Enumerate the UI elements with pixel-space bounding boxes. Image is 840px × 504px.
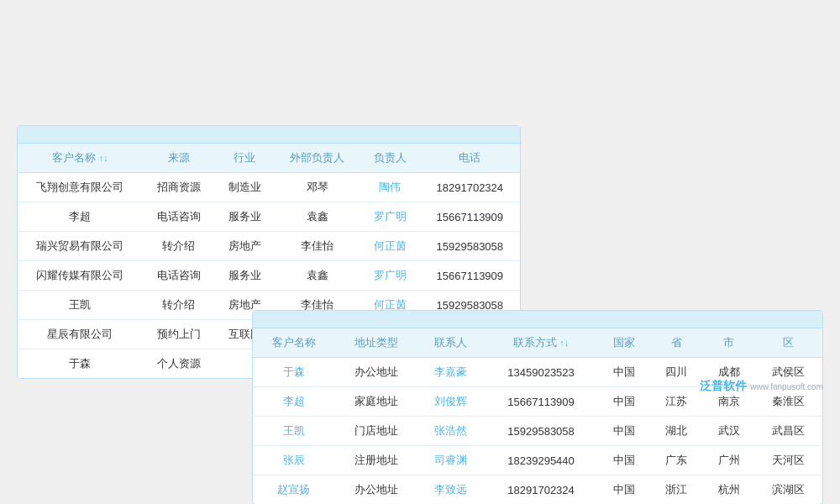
customer-name-link[interactable]: 赵宣扬 (277, 483, 310, 496)
top-cell-2-0: 瑞兴贸易有限公司 (18, 232, 143, 261)
top-table-header-row: 客户名称 ↑↓来源行业外部负责人负责人电话 (18, 144, 520, 173)
bottom-cell-contact-0[interactable]: 李嘉豪 (417, 358, 484, 387)
top-cell-1-4[interactable]: 罗广明 (360, 202, 420, 232)
bottom-cell-contact-4[interactable]: 李致远 (417, 475, 484, 505)
bottom-col-3: 联系方式 ↑↓ (485, 328, 598, 358)
bottom-cell-district-2: 武昌区 (755, 417, 822, 446)
contact-link[interactable]: 张浩然 (434, 424, 467, 437)
top-cell-5-0: 星辰有限公司 (18, 320, 143, 349)
top-col-2: 行业 (215, 144, 275, 173)
table-row: 瑞兴贸易有限公司转介绍房地产李佳怡何正茵15929583058 (18, 232, 520, 261)
bottom-cell-addr-1: 家庭地址 (335, 387, 417, 417)
customer-name-link[interactable]: 李超 (283, 395, 305, 407)
bottom-col-2: 联系人 (417, 328, 484, 358)
table-row: 王凯门店地址张浩然15929583058中国湖北武汉武昌区 (253, 417, 822, 446)
bottom-cell-contact-1[interactable]: 刘俊辉 (417, 387, 484, 417)
contact-link[interactable]: 司睿渊 (434, 454, 467, 466)
watermark-logo: 泛普软件 (700, 379, 747, 394)
bottom-cell-addr-2: 门店地址 (335, 417, 417, 446)
top-cell-2-1: 转介绍 (143, 232, 215, 261)
top-cell-3-0: 闪耀传媒有限公司 (18, 261, 143, 291)
table-row: 闪耀传媒有限公司电话咨询服务业袁鑫罗广明15667113909 (18, 261, 520, 291)
bottom-cell-phone-1: 15667113909 (485, 387, 598, 417)
top-cell-1-0: 李超 (18, 202, 143, 232)
top-cell-1-1: 电话咨询 (143, 202, 215, 232)
bottom-cell-contact-2[interactable]: 张浩然 (417, 417, 484, 446)
table-row: 李超电话咨询服务业袁鑫罗广明15667113909 (18, 202, 520, 232)
bottom-cell-country-4: 中国 (598, 475, 650, 505)
bottom-cell-province-4: 浙江 (650, 475, 702, 505)
top-col-4: 负责人 (360, 144, 420, 173)
bottom-table-header: 客户名称地址类型联系人联系方式 ↑↓国家省市区 (253, 328, 822, 358)
top-cell-0-1: 招商资源 (143, 173, 215, 202)
bottom-table-wrapper: 客户名称地址类型联系人联系方式 ↑↓国家省市区 于森办公地址李嘉豪1345902… (252, 310, 823, 504)
top-cell-3-1: 电话咨询 (143, 261, 215, 291)
customer-name-link[interactable]: 张辰 (283, 454, 305, 466)
bottom-cell-addr-0: 办公地址 (335, 358, 417, 387)
owner-link[interactable]: 陶伟 (379, 181, 401, 193)
customer-name-link[interactable]: 王凯 (283, 424, 305, 437)
owner-link[interactable]: 何正茵 (374, 239, 407, 252)
bottom-col-7: 区 (755, 328, 822, 358)
top-cell-2-5: 15929583058 (420, 232, 520, 261)
top-cell-2-2: 房地产 (215, 232, 275, 261)
bottom-cell-country-2: 中国 (598, 417, 650, 446)
top-cell-3-3: 袁鑫 (275, 261, 360, 291)
top-cell-2-3: 李佳怡 (275, 232, 360, 261)
top-cell-5-1: 预约上门 (143, 320, 215, 349)
bottom-cell-phone-2: 15929583058 (485, 417, 598, 446)
bottom-cell-phone-3: 18239295440 (485, 446, 598, 475)
top-cell-0-3: 邓琴 (275, 173, 360, 202)
bottom-cell-name-1[interactable]: 李超 (253, 387, 335, 417)
page-container: 客户名称 ↑↓来源行业外部负责人负责人电话 飞翔创意有限公司招商资源制造业邓琴陶… (17, 125, 823, 379)
bottom-cell-province-1: 江苏 (650, 387, 702, 417)
top-cell-0-2: 制造业 (215, 173, 275, 202)
top-cell-0-5: 18291702324 (420, 173, 520, 202)
owner-link[interactable]: 罗广明 (374, 210, 407, 223)
bottom-col-5: 省 (650, 328, 702, 358)
owner-link[interactable]: 何正茵 (374, 298, 407, 311)
contact-link[interactable]: 李嘉豪 (434, 365, 467, 378)
table-row: 赵宣扬办公地址李致远18291702324中国浙江杭州滨湖区 (253, 475, 822, 505)
bottom-cell-city-2: 武汉 (702, 417, 754, 446)
bottom-cell-city-4: 杭州 (702, 475, 754, 505)
top-table-title (18, 126, 520, 144)
bottom-cell-name-3[interactable]: 张辰 (253, 446, 335, 475)
top-col-3: 外部负责人 (275, 144, 360, 173)
top-cell-4-1: 转介绍 (143, 291, 215, 320)
watermark-url: www.fanpusoft.com (750, 382, 823, 391)
bottom-cell-city-3: 广州 (702, 446, 754, 475)
bottom-cell-name-0[interactable]: 于森 (253, 358, 335, 387)
bottom-col-0: 客户名称 (253, 328, 335, 358)
bottom-table-header-row: 客户名称地址类型联系人联系方式 ↑↓国家省市区 (253, 328, 822, 358)
bottom-cell-province-3: 广东 (650, 446, 702, 475)
top-col-5: 电话 (420, 144, 520, 173)
bottom-cell-country-0: 中国 (598, 358, 650, 387)
top-cell-6-0: 于森 (18, 349, 143, 379)
bottom-cell-phone-0: 13459023523 (485, 358, 598, 387)
top-cell-1-5: 15667113909 (420, 202, 520, 232)
bottom-cell-phone-4: 18291702324 (485, 475, 598, 505)
bottom-cell-district-4: 滨湖区 (755, 475, 822, 505)
bottom-cell-addr-3: 注册地址 (335, 446, 417, 475)
top-cell-3-4[interactable]: 罗广明 (360, 261, 420, 291)
bottom-cell-province-2: 湖北 (650, 417, 702, 446)
customer-name-link[interactable]: 于森 (283, 365, 305, 378)
owner-link[interactable]: 罗广明 (374, 269, 407, 281)
bottom-cell-name-2[interactable]: 王凯 (253, 417, 335, 446)
bottom-cell-contact-3[interactable]: 司睿渊 (417, 446, 484, 475)
contact-link[interactable]: 刘俊辉 (434, 395, 467, 407)
bottom-cell-country-3: 中国 (598, 446, 650, 475)
top-cell-1-3: 袁鑫 (275, 202, 360, 232)
top-cell-0-0: 飞翔创意有限公司 (18, 173, 143, 202)
top-cell-2-4[interactable]: 何正茵 (360, 232, 420, 261)
watermark: 泛普软件 www.fanpusoft.com (700, 379, 823, 394)
top-cell-0-4[interactable]: 陶伟 (360, 173, 420, 202)
bottom-col-1: 地址类型 (335, 328, 417, 358)
bottom-cell-district-3: 天河区 (755, 446, 822, 475)
contact-link[interactable]: 李致远 (434, 483, 467, 496)
top-col-0: 客户名称 ↑↓ (18, 144, 143, 173)
bottom-cell-name-4[interactable]: 赵宣扬 (253, 475, 335, 505)
customer-address-table: 客户名称地址类型联系人联系方式 ↑↓国家省市区 于森办公地址李嘉豪1345902… (253, 328, 822, 504)
bottom-cell-country-1: 中国 (598, 387, 650, 417)
